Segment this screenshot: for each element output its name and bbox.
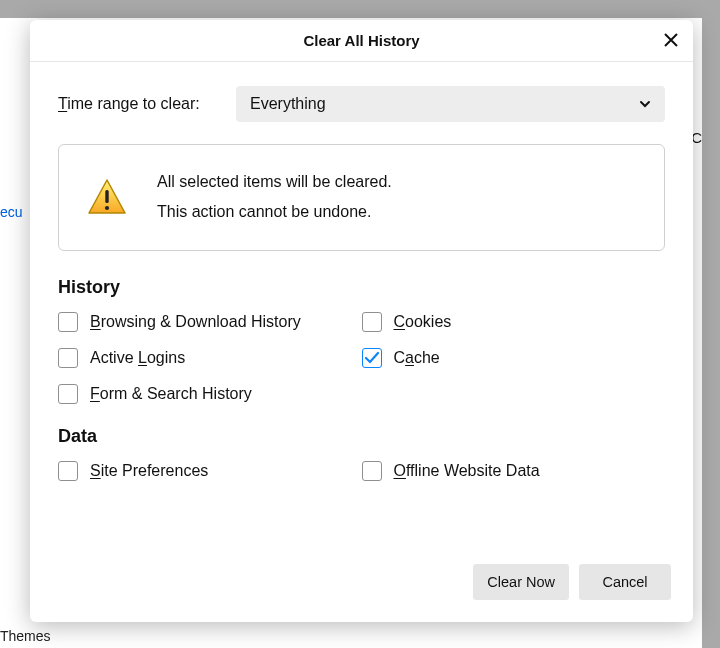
history-options: Browsing & Download History Cookies Acti… (58, 312, 665, 404)
checkbox-active-logins[interactable]: Active Logins (58, 348, 362, 368)
time-range-row: Time range to clear: Everything (58, 86, 665, 122)
time-range-label: Time range to clear: (58, 95, 236, 113)
checkbox-box (58, 312, 78, 332)
checkbox-label: Cache (394, 349, 440, 367)
checkbox-label: Browsing & Download History (90, 313, 301, 331)
svg-point-1 (105, 206, 109, 210)
checkbox-site-preferences[interactable]: Site Preferences (58, 461, 362, 481)
warning-line2: This action cannot be undone. (157, 197, 392, 227)
svg-rect-0 (105, 190, 108, 203)
time-range-value: Everything (250, 95, 326, 113)
checkbox-label: Cookies (394, 313, 452, 331)
background-link-fragment: ecu (0, 204, 23, 220)
dialog-body: Time range to clear: Everything (30, 62, 693, 564)
checkbox-cookies[interactable]: Cookies (362, 312, 666, 332)
checkbox-cache[interactable]: Cache (362, 348, 666, 368)
checkbox-label: Offline Website Data (394, 462, 540, 480)
clear-now-button[interactable]: Clear Now (473, 564, 569, 600)
checkbox-box (58, 348, 78, 368)
warning-line1: All selected items will be cleared. (157, 167, 392, 197)
data-options: Site Preferences Offline Website Data (58, 461, 665, 481)
checkbox-offline-website-data[interactable]: Offline Website Data (362, 461, 666, 481)
section-history-title: History (58, 277, 665, 298)
checkbox-browsing-history[interactable]: Browsing & Download History (58, 312, 362, 332)
checkbox-box (362, 348, 382, 368)
dialog-footer: Clear Now Cancel (30, 564, 693, 622)
warning-icon (87, 177, 127, 217)
checkbox-form-search-history[interactable]: Form & Search History (58, 384, 362, 404)
checkbox-box (58, 384, 78, 404)
cancel-button[interactable]: Cancel (579, 564, 671, 600)
background-themes-label: Themes (0, 628, 51, 644)
checkbox-label: Form & Search History (90, 385, 252, 403)
warning-text: All selected items will be cleared. This… (157, 167, 392, 228)
checkbox-box (362, 461, 382, 481)
checkbox-box (362, 312, 382, 332)
close-button[interactable] (657, 26, 685, 54)
close-icon (664, 33, 678, 47)
warning-panel: All selected items will be cleared. This… (58, 144, 665, 251)
time-range-select[interactable]: Everything (236, 86, 665, 122)
chevron-down-icon (639, 98, 651, 110)
checkbox-label: Site Preferences (90, 462, 208, 480)
dialog-header: Clear All History (30, 20, 693, 62)
section-data-title: Data (58, 426, 665, 447)
dialog-title: Clear All History (303, 32, 419, 49)
clear-history-dialog: Clear All History Time range to clear: E… (30, 20, 693, 622)
checkbox-label: Active Logins (90, 349, 185, 367)
checkbox-box (58, 461, 78, 481)
